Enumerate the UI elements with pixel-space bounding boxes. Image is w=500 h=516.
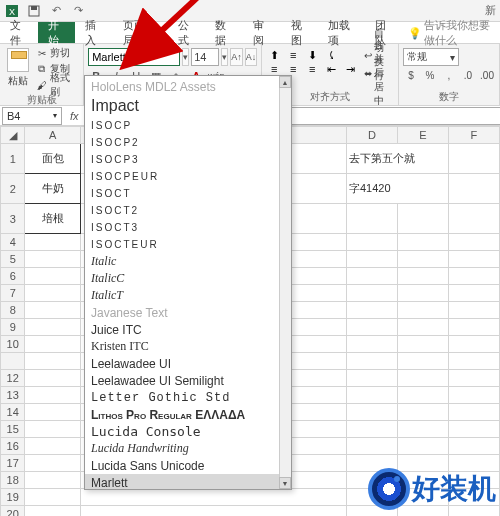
font-option[interactable]: ItalicT bbox=[91, 287, 281, 304]
row-header[interactable]: 18 bbox=[1, 472, 25, 489]
cell[interactable] bbox=[346, 251, 397, 268]
cell[interactable] bbox=[25, 268, 80, 285]
cell[interactable] bbox=[25, 370, 80, 387]
dec-decimal-icon[interactable]: .00 bbox=[479, 68, 495, 82]
format-painter-button[interactable]: 🖌 格式刷 bbox=[36, 78, 79, 92]
paste-button[interactable]: 粘贴 bbox=[4, 46, 32, 92]
cell[interactable] bbox=[448, 336, 499, 353]
cell[interactable] bbox=[80, 506, 346, 517]
undo-icon[interactable]: ↶ bbox=[48, 3, 64, 19]
cell[interactable] bbox=[397, 285, 448, 302]
scroll-up-icon[interactable]: ▲ bbox=[279, 76, 291, 88]
cell[interactable] bbox=[25, 285, 80, 302]
cell[interactable] bbox=[397, 268, 448, 285]
cell[interactable] bbox=[25, 506, 80, 517]
save-icon[interactable] bbox=[26, 3, 42, 19]
row-header[interactable]: 5 bbox=[1, 251, 25, 268]
font-size-input[interactable] bbox=[191, 48, 219, 66]
row-header[interactable]: 15 bbox=[1, 421, 25, 438]
tab-home[interactable]: 开始 bbox=[38, 22, 76, 43]
cell[interactable] bbox=[448, 268, 499, 285]
name-box[interactable]: B4 ▾ bbox=[2, 107, 62, 125]
cell[interactable] bbox=[25, 319, 80, 336]
cell[interactable] bbox=[346, 353, 397, 370]
cell[interactable] bbox=[25, 336, 80, 353]
cell[interactable] bbox=[346, 204, 397, 234]
fx-icon[interactable]: fx bbox=[70, 110, 79, 122]
cell[interactable] bbox=[346, 319, 397, 336]
col-header-d[interactable]: D bbox=[346, 127, 397, 144]
row-header[interactable]: 6 bbox=[1, 268, 25, 285]
font-option[interactable]: Javanese Text bbox=[91, 304, 281, 321]
font-option[interactable]: ISOCT3 bbox=[91, 219, 281, 236]
cell[interactable] bbox=[448, 234, 499, 251]
cell[interactable] bbox=[397, 204, 448, 234]
row-header[interactable]: 9 bbox=[1, 319, 25, 336]
increase-font-icon[interactable]: A↑ bbox=[230, 48, 243, 66]
cell[interactable] bbox=[448, 353, 499, 370]
font-option[interactable]: ISOCP bbox=[91, 117, 281, 134]
cell[interactable] bbox=[25, 438, 80, 455]
cell[interactable] bbox=[448, 404, 499, 421]
font-option[interactable]: Italic bbox=[91, 253, 281, 270]
cell[interactable] bbox=[25, 302, 80, 319]
font-option[interactable]: ItalicC bbox=[91, 270, 281, 287]
col-header-f[interactable]: F bbox=[448, 127, 499, 144]
inc-decimal-icon[interactable]: .0 bbox=[460, 68, 476, 82]
cell[interactable] bbox=[397, 421, 448, 438]
align-center-icon[interactable]: ≡ bbox=[285, 62, 301, 76]
row-header[interactable]: 13 bbox=[1, 387, 25, 404]
cell[interactable] bbox=[346, 234, 397, 251]
cell-d1[interactable]: 去下第五个就 bbox=[346, 144, 448, 174]
cell[interactable] bbox=[346, 336, 397, 353]
percent-icon[interactable]: % bbox=[422, 68, 438, 82]
row-header[interactable]: 1 bbox=[1, 144, 25, 174]
indent-inc-icon[interactable]: ⇥ bbox=[342, 62, 358, 76]
font-option[interactable]: Impact bbox=[91, 95, 281, 117]
cell[interactable] bbox=[397, 353, 448, 370]
indent-dec-icon[interactable]: ⇤ bbox=[323, 62, 339, 76]
cell[interactable] bbox=[80, 489, 346, 506]
align-bottom-icon[interactable]: ⬇ bbox=[304, 48, 320, 62]
row-header[interactable]: 7 bbox=[1, 285, 25, 302]
cell-a1[interactable]: 面包 bbox=[25, 144, 80, 174]
cell[interactable] bbox=[25, 387, 80, 404]
orientation-icon[interactable]: ⤹ bbox=[323, 48, 339, 62]
row-header[interactable]: 14 bbox=[1, 404, 25, 421]
row-header[interactable]: 17 bbox=[1, 455, 25, 472]
tab-layout[interactable]: 页面布局 bbox=[113, 22, 168, 43]
cut-button[interactable]: ✂ 剪切 bbox=[36, 46, 79, 60]
redo-icon[interactable]: ↷ bbox=[70, 3, 86, 19]
font-option[interactable]: ISOCT2 bbox=[91, 202, 281, 219]
font-dropdown-arrow[interactable]: ▾ bbox=[182, 48, 189, 66]
cell[interactable] bbox=[346, 387, 397, 404]
font-dropdown-list[interactable]: HoloLens MDL2 AssetsImpactISOCPISOCP2ISO… bbox=[84, 75, 292, 490]
align-right-icon[interactable]: ≡ bbox=[304, 62, 320, 76]
tell-me[interactable]: 💡 告诉我你想要做什么 bbox=[408, 22, 500, 43]
font-option[interactable]: ISOCP3 bbox=[91, 151, 281, 168]
select-all-cell[interactable]: ◢ bbox=[1, 127, 25, 144]
cell[interactable] bbox=[397, 302, 448, 319]
cell-a2[interactable]: 牛奶 bbox=[25, 174, 80, 204]
font-option[interactable]: ISOCP2 bbox=[91, 134, 281, 151]
align-middle-icon[interactable]: ≡ bbox=[285, 48, 301, 62]
tab-addins[interactable]: 加载项 bbox=[318, 22, 364, 43]
row-header[interactable]: 10 bbox=[1, 336, 25, 353]
row-header[interactable]: 8 bbox=[1, 302, 25, 319]
row-header[interactable]: 12 bbox=[1, 370, 25, 387]
row-header[interactable]: 4 bbox=[1, 234, 25, 251]
cell[interactable] bbox=[397, 336, 448, 353]
font-option[interactable]: Leelawadee UI Semilight bbox=[91, 372, 281, 389]
cell[interactable] bbox=[397, 387, 448, 404]
cell[interactable] bbox=[448, 144, 499, 174]
cell[interactable] bbox=[397, 251, 448, 268]
font-option[interactable]: Lucida Handwriting bbox=[91, 440, 281, 457]
cell[interactable] bbox=[397, 438, 448, 455]
cell[interactable] bbox=[346, 404, 397, 421]
row-header[interactable]: 3 bbox=[1, 204, 25, 234]
currency-icon[interactable]: $ bbox=[403, 68, 419, 82]
tab-formulas[interactable]: 公式 bbox=[168, 22, 206, 43]
cell[interactable] bbox=[25, 472, 80, 489]
cell[interactable] bbox=[25, 421, 80, 438]
cell[interactable] bbox=[448, 251, 499, 268]
